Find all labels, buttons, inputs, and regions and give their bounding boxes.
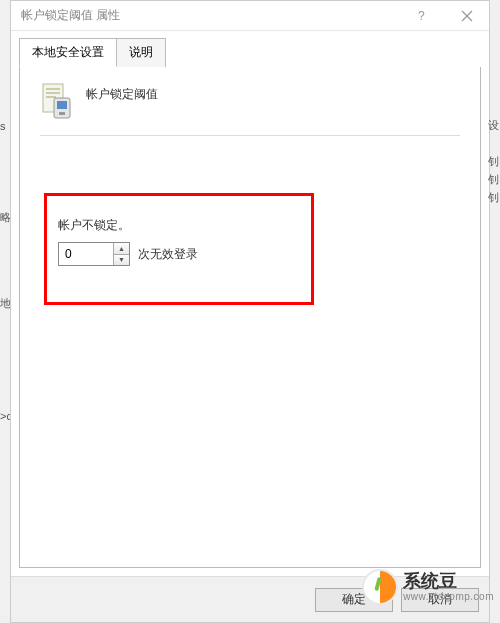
policy-header: 帐户锁定阈值 [40, 82, 460, 136]
close-button[interactable] [444, 1, 489, 31]
threshold-suffix-label: 次无效登录 [138, 246, 198, 263]
spinner-down-button[interactable]: ▼ [114, 254, 129, 266]
svg-rect-4 [46, 88, 60, 90]
tab-description[interactable]: 说明 [116, 38, 166, 67]
properties-dialog: 帐户锁定阈值 属性 ? 本地安全设置 说明 [10, 0, 490, 623]
policy-title: 帐户锁定阈值 [86, 82, 158, 103]
tab-local-security-settings[interactable]: 本地安全设置 [19, 38, 117, 67]
watermark-url: www.xtdcomp.com [403, 591, 494, 602]
not-locked-label: 帐户不锁定。 [58, 217, 198, 234]
watermark: 系统豆 www.xtdcomp.com [362, 569, 494, 605]
svg-rect-5 [46, 92, 60, 94]
watermark-brand: 系统豆 [403, 572, 494, 592]
policy-icon [40, 82, 74, 120]
threshold-input[interactable] [59, 243, 113, 265]
svg-text:?: ? [418, 10, 425, 22]
tab-content: 帐户锁定阈值 帐户不锁定。 ▲ ▼ 次无效登录 [19, 67, 481, 568]
spinner-buttons: ▲ ▼ [113, 243, 129, 265]
tab-strip: 本地安全设置 说明 [11, 31, 489, 67]
svg-rect-8 [57, 101, 67, 109]
window-title: 帐户锁定阈值 属性 [21, 7, 399, 24]
threshold-setting: 帐户不锁定。 ▲ ▼ 次无效登录 [58, 217, 198, 266]
svg-rect-9 [59, 112, 65, 115]
titlebar: 帐户锁定阈值 属性 ? [11, 1, 489, 31]
watermark-logo-icon [362, 569, 398, 605]
spinner-up-button[interactable]: ▲ [114, 243, 129, 254]
threshold-spinner[interactable]: ▲ ▼ [58, 242, 130, 266]
help-button[interactable]: ? [399, 1, 444, 31]
svg-rect-6 [46, 96, 56, 98]
